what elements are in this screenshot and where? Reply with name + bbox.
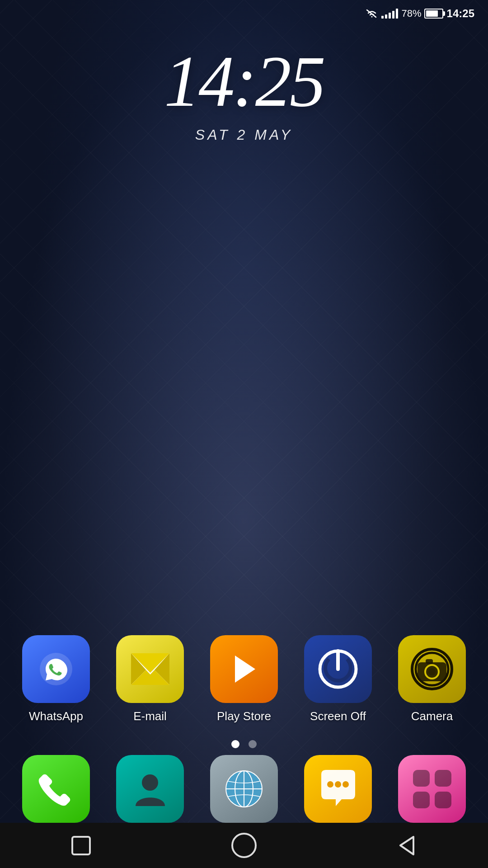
browser-icon[interactable] xyxy=(210,755,278,823)
signal-bar-1 xyxy=(381,16,384,19)
playstore-icon[interactable] xyxy=(210,635,278,703)
svg-point-24 xyxy=(343,781,349,788)
messages-icon[interactable] xyxy=(304,755,372,823)
email-icon-svg xyxy=(129,651,172,687)
svg-point-23 xyxy=(335,781,341,788)
messages-icon-svg xyxy=(317,768,360,811)
whatsapp-label: WhatsApp xyxy=(29,709,83,723)
phone-icon[interactable] xyxy=(22,755,90,823)
svg-rect-15 xyxy=(426,659,433,664)
app-item-screenoff[interactable]: Screen Off xyxy=(304,635,372,723)
svg-rect-27 xyxy=(413,792,430,808)
nav-recent-button[interactable] xyxy=(69,833,94,858)
phone-icon-svg xyxy=(37,770,75,808)
signal-bar-3 xyxy=(389,13,391,19)
email-icon[interactable] xyxy=(116,635,184,703)
playstore-icon-svg xyxy=(226,651,262,687)
status-bar: 78% 14:25 xyxy=(0,0,488,27)
clock-date: SAT 2 MAY xyxy=(0,127,488,143)
camera-icon-svg xyxy=(409,646,455,692)
app-item-browser[interactable] xyxy=(210,755,278,823)
svg-rect-28 xyxy=(435,792,451,808)
svg-rect-26 xyxy=(435,770,451,787)
clock-section: 14:25 SAT 2 MAY xyxy=(0,45,488,143)
petal-icon[interactable] xyxy=(398,755,466,823)
camera-label: Camera xyxy=(411,709,453,723)
whatsapp-icon[interactable] xyxy=(22,635,90,703)
svg-point-14 xyxy=(428,668,436,675)
svg-rect-29 xyxy=(72,837,90,854)
camera-icon[interactable] xyxy=(398,635,466,703)
svg-marker-31 xyxy=(400,837,413,854)
clock-time: 14:25 xyxy=(0,45,488,118)
app-item-petal[interactable] xyxy=(398,755,466,823)
signal-bar-4 xyxy=(392,11,394,19)
app-item-email[interactable]: E-mail xyxy=(116,635,184,723)
contacts-icon[interactable] xyxy=(116,755,184,823)
screenoff-icon-svg xyxy=(315,646,361,692)
screenoff-icon[interactable] xyxy=(304,635,372,703)
email-label: E-mail xyxy=(133,709,167,723)
app-item-contacts[interactable] xyxy=(116,755,184,823)
status-icons: 78% 14:25 xyxy=(366,7,474,20)
whatsapp-icon-svg xyxy=(36,649,76,689)
app-item-camera[interactable]: Camera xyxy=(398,635,466,723)
dot-2[interactable] xyxy=(249,740,257,748)
battery-percent: 78% xyxy=(402,8,422,19)
signal-bars xyxy=(381,9,398,19)
screenoff-label: Screen Off xyxy=(310,709,366,723)
app-item-messages[interactable] xyxy=(304,755,372,823)
svg-point-30 xyxy=(232,834,256,857)
svg-point-22 xyxy=(327,781,333,788)
signal-bar-5 xyxy=(396,9,398,19)
browser-icon-svg xyxy=(223,768,266,811)
svg-marker-7 xyxy=(235,656,255,683)
battery-fill xyxy=(426,10,438,17)
svg-rect-25 xyxy=(413,770,430,787)
dock-row xyxy=(0,755,488,823)
signal-bar-2 xyxy=(385,14,387,19)
nav-back-button[interactable] xyxy=(394,833,419,858)
nav-home-button[interactable] xyxy=(230,832,258,859)
battery-icon xyxy=(424,9,443,19)
dot-1[interactable] xyxy=(231,740,239,748)
nav-home-icon xyxy=(230,832,258,859)
nav-bar xyxy=(0,823,488,868)
app-row: WhatsApp E-mail Play Store xyxy=(0,635,488,723)
contacts-icon-svg xyxy=(131,770,169,808)
status-time: 14:25 xyxy=(447,7,474,20)
app-item-playstore[interactable]: Play Store xyxy=(210,635,278,723)
app-item-whatsapp[interactable]: WhatsApp xyxy=(22,635,90,723)
app-item-phone[interactable] xyxy=(22,755,90,823)
nav-back-icon xyxy=(394,833,419,858)
svg-point-16 xyxy=(142,774,158,791)
nav-recent-icon xyxy=(69,833,94,858)
page-dots xyxy=(0,740,488,748)
petal-icon-svg xyxy=(411,768,454,811)
battery-container: 78% xyxy=(402,8,443,19)
playstore-label: Play Store xyxy=(217,709,271,723)
wifi-icon xyxy=(366,9,378,19)
